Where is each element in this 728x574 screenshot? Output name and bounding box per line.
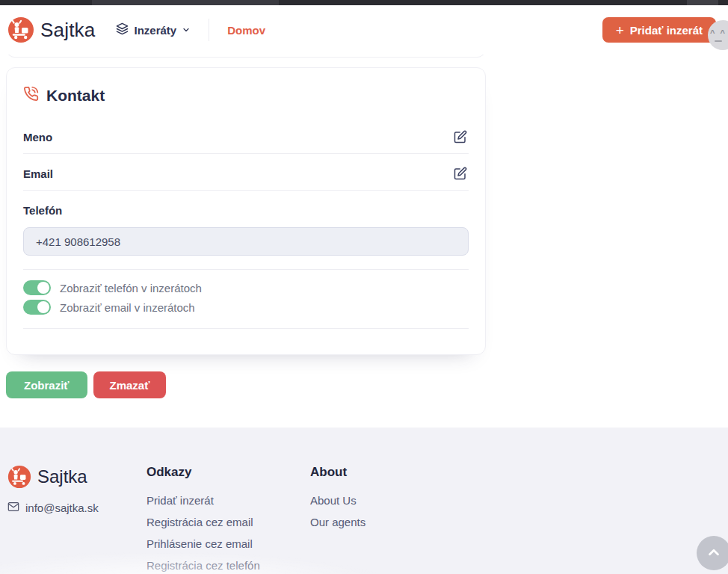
footer-links-column: Odkazy Pridať inzerát Registrácia cez em… [146, 465, 310, 574]
mail-icon [7, 501, 19, 515]
nav-inzeraty-dropdown[interactable]: Inzeráty [116, 22, 191, 37]
footer-links-heading: Odkazy [146, 465, 310, 480]
chevron-up-icon [706, 545, 722, 561]
edit-icon [454, 167, 467, 180]
brand-name: Sajtka [40, 19, 95, 42]
divider [23, 328, 469, 329]
email-row: Email [23, 154, 469, 190]
footer-email-text: info@sajtka.sk [25, 502, 99, 514]
footer-link-pridat-inzerat[interactable]: Pridať inzerát [146, 494, 310, 507]
footer-brand-link[interactable]: Sajtka [7, 465, 146, 489]
contact-card-title-text: Kontakt [46, 87, 105, 105]
footer-brand-column: Sajtka info@sajtka.sk [7, 465, 146, 574]
footer-link-prihlasenie-email[interactable]: Prihlásenie cez email [146, 537, 310, 550]
delete-button[interactable]: Zmazať [93, 371, 167, 398]
phone-call-icon [23, 86, 39, 105]
name-label: Meno [23, 131, 52, 144]
nav-divider [209, 19, 209, 41]
show-button[interactable]: Zobraziť [6, 371, 87, 398]
sajtka-logo-icon [7, 465, 31, 489]
phone-label: Telefón [23, 191, 469, 227]
chevron-down-icon [182, 24, 191, 37]
footer-link-about-us[interactable]: About Us [310, 494, 365, 507]
name-row: Meno [23, 117, 469, 153]
header-right: + Pridať inzerát [602, 17, 716, 43]
sajtka-logo-icon [7, 16, 34, 43]
user-avatar[interactable]: ^ ^ [708, 20, 728, 50]
add-listing-label: Pridať inzerát [630, 24, 703, 37]
site-footer: Sajtka info@sajtka.sk Odkazy Pridať inze… [0, 428, 728, 574]
contact-card-title: Kontakt [23, 86, 469, 105]
site-header: Sajtka Inzeráty Domov + Pridať inzer [0, 5, 728, 55]
window-chrome-bar [0, 0, 728, 5]
main-content: Kontakt Meno Email Telefón [0, 44, 728, 398]
footer-link-registracia-email[interactable]: Registrácia cez email [146, 516, 310, 528]
footer-brand-name: Sajtka [37, 466, 87, 487]
plus-icon: + [616, 23, 624, 37]
avatar-mouth [715, 40, 722, 42]
contact-card: Kontakt Meno Email Telefón [6, 67, 486, 355]
footer-link-registracia-telefon[interactable]: Registrácia cez telefón [146, 559, 310, 572]
toggle-show-email-label: Zobraziť email v inzerátoch [60, 301, 195, 314]
edit-email-button[interactable] [454, 167, 467, 180]
toggle-row-phone: Zobraziť telefón v inzerátoch [23, 278, 469, 297]
visibility-toggles: Zobraziť telefón v inzerátoch Zobraziť e… [23, 270, 469, 328]
footer-about-heading: About [310, 465, 365, 480]
email-label: Email [23, 167, 53, 180]
footer-link-our-agents[interactable]: Our agents [310, 516, 365, 528]
main-nav: Inzeráty Domov [116, 19, 265, 41]
avatar-face: ^ ^ [710, 29, 728, 37]
phone-input[interactable] [23, 227, 469, 256]
window-chrome-segment [92, 0, 279, 5]
toggle-show-phone[interactable] [23, 280, 51, 295]
nav-inzeraty-label: Inzeráty [134, 24, 176, 37]
edit-icon [454, 130, 467, 144]
toggle-show-email[interactable] [23, 300, 51, 315]
add-listing-button[interactable]: + Pridať inzerát [602, 17, 716, 43]
layers-icon [116, 22, 129, 37]
nav-domov-link[interactable]: Domov [227, 24, 265, 37]
window-chrome-segment [687, 0, 718, 5]
footer-about-column: About About Us Our agents [310, 465, 365, 574]
toggle-show-phone-label: Zobraziť telefón v inzerátoch [60, 282, 202, 294]
edit-name-button[interactable] [454, 130, 467, 144]
footer-email[interactable]: info@sajtka.sk [7, 501, 146, 515]
toggle-row-email: Zobraziť email v inzerátoch [23, 297, 469, 317]
page-actions: Zobraziť Zmazať [6, 371, 722, 398]
scroll-to-top-button[interactable] [697, 536, 728, 570]
brand-home-link[interactable]: Sajtka [7, 16, 95, 43]
